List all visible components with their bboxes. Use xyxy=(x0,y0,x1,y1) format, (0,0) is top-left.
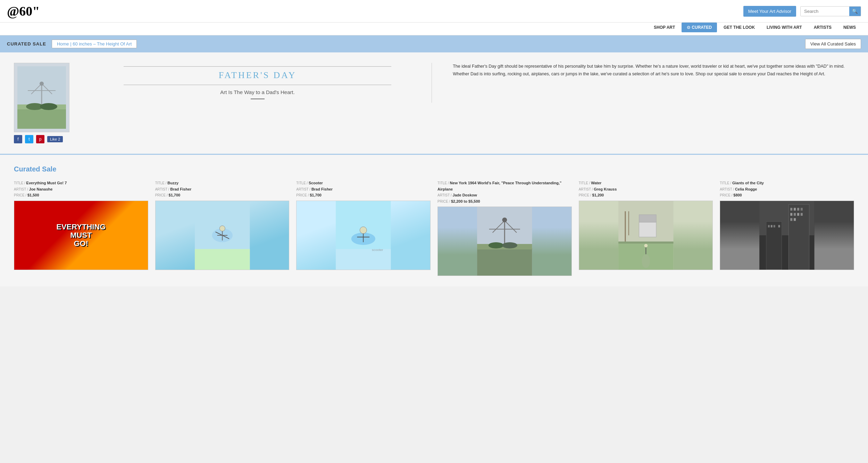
svg-point-34 xyxy=(502,242,517,249)
svg-rect-19 xyxy=(336,249,391,269)
svg-rect-57 xyxy=(794,218,796,221)
svg-rect-1 xyxy=(17,108,66,129)
svg-point-21 xyxy=(360,227,367,234)
curated-icon: ⊙ xyxy=(687,25,690,30)
hero-section: f t p Like 2 FATHER'S DAY Art Is The Way… xyxy=(0,52,868,155)
curated-section: Curated Sale TITLE / Everything Must Go!… xyxy=(0,155,868,286)
svg-rect-60 xyxy=(771,225,773,227)
twitter-icon[interactable]: t xyxy=(25,135,33,143)
fb-like-label: Like xyxy=(50,137,57,141)
artwork-meta-3: TITLE / Scooter ARTIST / Brad Fisher PRI… xyxy=(296,180,431,199)
svg-rect-49 xyxy=(794,208,796,211)
meet-advisor-button[interactable]: Meet Your Art Advisor xyxy=(743,6,796,17)
svg-rect-55 xyxy=(801,213,803,216)
svg-rect-26 xyxy=(477,248,532,276)
artwork-meta-6: TITLE / Giants of the City ARTIST / Celi… xyxy=(720,180,854,199)
artwork-meta-5: TITLE / Water ARTIST / Greg Krauss PRICE… xyxy=(579,180,713,199)
nav-get-the-look[interactable]: GET THE LOOK xyxy=(718,23,760,32)
breadcrumb[interactable]: Home | 60 inches – The Height Of Art xyxy=(52,40,137,48)
hero-social: f t p Like 2 xyxy=(14,135,69,143)
hero-center: FATHER'S DAY Art Is The Way to a Dad's H… xyxy=(83,63,432,103)
logo: @60" xyxy=(7,3,40,19)
fb-like-count: 2 xyxy=(58,137,60,141)
svg-rect-61 xyxy=(774,225,775,227)
nav-news[interactable]: NEWS xyxy=(838,23,861,32)
svg-rect-58 xyxy=(766,221,782,270)
artwork-meta-4: TITLE / New York 1964 World's Fair, "Pea… xyxy=(437,180,572,204)
fb-like-button[interactable]: Like 2 xyxy=(47,136,63,142)
facebook-icon[interactable]: f xyxy=(14,135,22,143)
artwork-image-3: scooter xyxy=(296,201,431,270)
artwork-card-4[interactable]: TITLE / New York 1964 World's Fair, "Pea… xyxy=(437,180,572,276)
svg-point-43 xyxy=(644,244,648,247)
artworks-grid: TITLE / Everything Must Go! 7 ARTIST / J… xyxy=(14,180,854,276)
svg-rect-59 xyxy=(768,225,770,227)
svg-rect-54 xyxy=(797,213,799,216)
artwork-image-5 xyxy=(579,201,713,270)
artwork-meta-1: TITLE / Everything Must Go! 7 ARTIST / J… xyxy=(14,180,148,199)
svg-point-33 xyxy=(489,242,504,249)
view-all-curated-sales-button[interactable]: View All Curated Sales xyxy=(805,39,861,49)
svg-rect-52 xyxy=(791,213,793,216)
curated-section-title: Curated Sale xyxy=(14,165,854,173)
nav-living-with-art[interactable]: LIVING WITH ART xyxy=(761,23,807,32)
svg-rect-50 xyxy=(797,208,799,211)
nav-curated[interactable]: ⊙ CURATED xyxy=(682,23,717,32)
svg-rect-53 xyxy=(794,213,796,216)
header-right: Meet Your Art Advisor 🔍 xyxy=(743,6,861,17)
nav-artists[interactable]: ARTISTS xyxy=(809,23,837,32)
hero-description: The ideal Father's Day gift should be re… xyxy=(446,63,854,78)
artwork-image-2 xyxy=(155,201,290,270)
svg-rect-62 xyxy=(778,225,780,227)
artwork-image-6 xyxy=(720,201,854,270)
hero-subtitle: Art Is The Way to a Dad's Heart. xyxy=(90,89,425,95)
svg-rect-41 xyxy=(618,242,673,244)
svg-point-10 xyxy=(40,103,57,110)
svg-rect-8 xyxy=(17,66,66,104)
svg-rect-56 xyxy=(791,218,793,221)
artwork-card-2[interactable]: TITLE / Buzzy ARTIST / Brad Fisher PRICE… xyxy=(155,180,290,276)
svg-rect-51 xyxy=(801,208,803,211)
hero-artwork-image xyxy=(17,66,66,129)
svg-point-42 xyxy=(642,254,650,268)
hero-title: FATHER'S DAY xyxy=(90,70,425,81)
artwork-image-4 xyxy=(437,207,572,276)
svg-point-32 xyxy=(502,218,507,222)
artwork-card-3[interactable]: TITLE / Scooter ARTIST / Brad Fisher PRI… xyxy=(296,180,431,276)
search-container: 🔍 xyxy=(800,6,861,16)
header: @60" Meet Your Art Advisor 🔍 xyxy=(0,0,868,23)
artwork-card-6[interactable]: TITLE / Giants of the City ARTIST / Celi… xyxy=(720,180,854,276)
curated-sale-label: CURATED SALE xyxy=(7,41,46,47)
nav-shop-art[interactable]: SHOP ART xyxy=(649,23,680,32)
artwork-meta-2: TITLE / Buzzy ARTIST / Brad Fisher PRICE… xyxy=(155,180,290,199)
search-input[interactable] xyxy=(801,7,849,16)
svg-rect-37 xyxy=(639,221,656,237)
hero-image-wrapper: f t p Like 2 xyxy=(14,63,69,143)
artwork-card-5[interactable]: TITLE / Water ARTIST / Greg Krauss PRICE… xyxy=(579,180,713,276)
pinterest-icon[interactable]: p xyxy=(36,135,44,143)
svg-rect-48 xyxy=(791,208,793,211)
svg-rect-12 xyxy=(195,249,250,269)
search-button[interactable]: 🔍 xyxy=(849,7,861,16)
artwork-card-1[interactable]: TITLE / Everything Must Go! 7 ARTIST / J… xyxy=(14,180,148,276)
artwork-image-1: EVERYTHINGMUSTGO! xyxy=(14,201,148,270)
breadcrumb-bar: CURATED SALE Home | 60 inches – The Heig… xyxy=(0,35,868,52)
nav: SHOP ART ⊙ CURATED GET THE LOOK LIVING W… xyxy=(0,23,868,35)
svg-text:scooter: scooter xyxy=(372,247,383,251)
svg-point-15 xyxy=(219,226,225,231)
svg-rect-38 xyxy=(639,214,656,222)
